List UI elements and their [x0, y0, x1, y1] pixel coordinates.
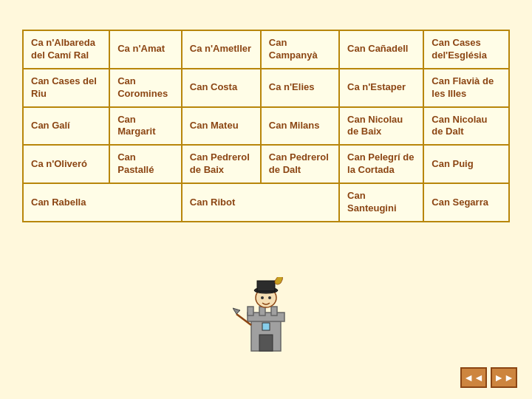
cell-label: Can Pedrerol de Baix — [190, 151, 253, 177]
cell-label: Can Campanyà — [269, 37, 331, 62]
table-cell[interactable]: Can Coromines — [109, 69, 182, 107]
table-cell[interactable]: Ca n'Estaper — [339, 69, 423, 107]
table-cell[interactable]: Ca n'Ametller — [182, 30, 261, 69]
table-cell[interactable]: Can Margarit — [109, 107, 182, 146]
cell-label: Can Rabella — [31, 197, 174, 209]
table-cell[interactable]: Can Pastallé — [109, 145, 182, 183]
cell-label: Ca n'Estaper — [347, 81, 415, 94]
table-cell[interactable]: Can Flavià de les Illes — [423, 69, 509, 107]
cell-label: Can Cañadell — [347, 43, 415, 55]
svg-rect-5 — [259, 335, 273, 351]
table-cell[interactable]: Can Santeugini — [339, 183, 423, 222]
cell-label: Can Nicolau de Dalt — [432, 114, 501, 139]
cell-label: Can Cases del'Església — [432, 37, 501, 62]
cell-label: Can Cases del Riu — [31, 75, 101, 100]
svg-rect-6 — [262, 323, 270, 330]
cell-label: Can Flavià de les Illes — [432, 75, 501, 100]
table-cell[interactable]: Ca n'Oliveró — [23, 145, 109, 183]
table-cell[interactable]: Can Mateu — [182, 107, 261, 146]
table-cell[interactable]: Can Pedrerol de Dalt — [261, 145, 339, 183]
table-cell[interactable]: Can Pelegrí de la Cortada — [339, 145, 423, 183]
character-icon — [233, 277, 299, 358]
grid-table: Ca n'Albareda del Camí RalCa n'AmatCa n'… — [22, 30, 510, 222]
svg-marker-13 — [233, 308, 240, 314]
table-cell[interactable]: Can Cañadell — [339, 30, 423, 69]
table-cell[interactable]: Can Cases del'Església — [423, 30, 509, 69]
cell-label: Can Santeugini — [347, 190, 415, 215]
character-image-area — [229, 273, 303, 362]
table-cell[interactable]: Can Segarra — [423, 183, 509, 222]
cell-label: Can Mateu — [190, 120, 253, 132]
cell-label: Can Coromines — [117, 75, 174, 100]
nav-buttons: ◄◄ ►► — [460, 367, 517, 388]
cell-label: Can Costa — [190, 81, 253, 94]
svg-rect-4 — [271, 307, 277, 316]
cell-label: Ca n'Elies — [269, 81, 331, 94]
table-cell[interactable]: Can Nicolau de Baix — [339, 107, 423, 146]
svg-rect-3 — [259, 307, 265, 316]
table-cell[interactable]: Can Nicolau de Dalt — [423, 107, 509, 146]
cell-label: Ca n'Amat — [117, 43, 174, 55]
cell-label: Can Nicolau de Baix — [347, 114, 415, 139]
table-cell[interactable]: Can Ribot — [182, 183, 339, 222]
cell-label: Ca n'Albareda del Camí Ral — [31, 37, 101, 62]
table-cell[interactable]: Can Campanyà — [261, 30, 339, 69]
table-cell[interactable]: Can Costa — [182, 69, 261, 107]
next-button[interactable]: ►► — [491, 367, 517, 388]
table-cell[interactable]: Ca n'Amat — [109, 30, 182, 69]
cell-label: Can Galí — [31, 120, 101, 132]
table-cell[interactable]: Can Galí — [23, 107, 109, 146]
cell-label: Can Pedrerol de Dalt — [269, 151, 331, 177]
cell-label: Ca n'Ametller — [190, 43, 253, 55]
svg-point-10 — [261, 296, 264, 299]
svg-rect-2 — [248, 307, 253, 316]
cell-label: Ca n'Oliveró — [31, 158, 101, 171]
prev-button[interactable]: ◄◄ — [460, 367, 487, 388]
main-container: Ca n'Albareda del Camí RalCa n'AmatCa n'… — [22, 30, 510, 222]
table-cell[interactable]: Ca n'Albareda del Camí Ral — [23, 30, 109, 69]
table-cell[interactable]: Can Pedrerol de Baix — [182, 145, 261, 183]
cell-label: Can Puig — [432, 158, 501, 171]
cell-label: Can Segarra — [432, 197, 501, 209]
table-cell[interactable]: Can Milans — [261, 107, 339, 146]
cell-label: Can Ribot — [190, 197, 331, 209]
svg-point-11 — [268, 296, 271, 299]
table-cell[interactable]: Can Rabella — [23, 183, 182, 222]
svg-rect-9 — [257, 281, 275, 291]
cell-label: Can Pelegrí de la Cortada — [347, 151, 415, 177]
cell-label: Can Margarit — [117, 114, 174, 139]
table-cell[interactable]: Can Puig — [423, 145, 509, 183]
cell-label: Can Milans — [269, 120, 331, 132]
cell-label: Can Pastallé — [117, 151, 174, 177]
table-cell[interactable]: Ca n'Elies — [261, 69, 339, 107]
table-cell[interactable]: Can Cases del Riu — [23, 69, 109, 107]
